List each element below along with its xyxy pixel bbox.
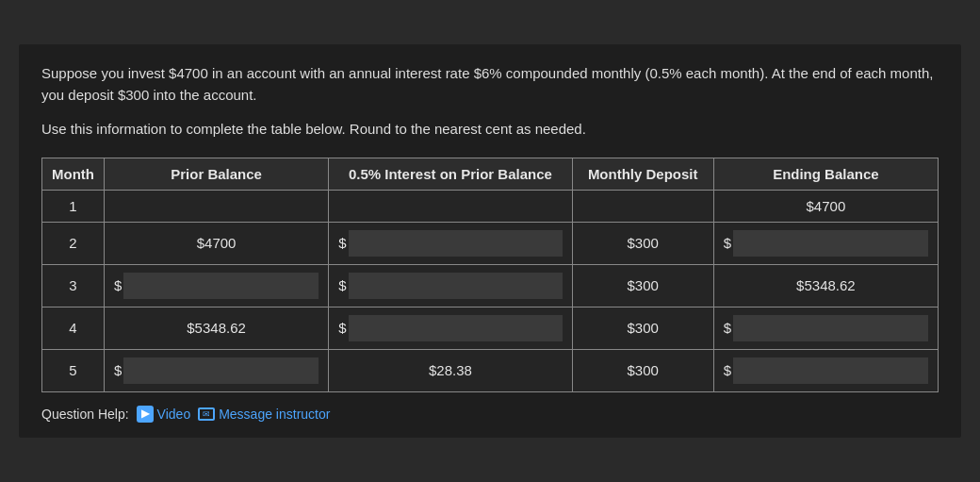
col-header-prior-balance: Prior Balance <box>104 158 328 190</box>
month-cell-5: 5 <box>42 349 105 391</box>
ending-balance-row2-dollar: $ <box>724 235 731 251</box>
interest-row4-dollar: $ <box>338 320 346 336</box>
interest-row2: $ <box>329 222 572 264</box>
col-header-month: Month <box>42 158 105 190</box>
ending-balance-row5-dollar: $ <box>724 362 731 378</box>
monthly-deposit-row3-value: $300 <box>628 277 659 293</box>
video-icon: ▶ <box>137 406 154 423</box>
question-help-section: Question Help: ▶ Video ✉ Message instruc… <box>41 406 939 423</box>
interest-row3-dollar: $ <box>338 277 346 293</box>
table-row: 2$4700$$300$ <box>42 222 939 264</box>
prior-balance-row3-dollar: $ <box>114 277 122 293</box>
interest-row3-input[interactable] <box>349 273 563 299</box>
ending-balance-row3-value: $5348.62 <box>796 277 856 293</box>
ending-balance-row2-input[interactable] <box>733 230 928 257</box>
prior-balance-row3-input[interactable] <box>123 273 318 299</box>
ending-balance-row1: $4700 <box>713 190 938 222</box>
monthly-deposit-row3: $300 <box>572 264 713 307</box>
monthly-deposit-row2: $300 <box>572 222 713 264</box>
interest-row4-input[interactable] <box>349 315 563 341</box>
month-cell-3: 3 <box>42 264 105 307</box>
monthly-deposit-row4-value: $300 <box>628 320 659 336</box>
main-container: Suppose you invest $4700 in an account w… <box>19 44 961 438</box>
ending-balance-row5-input[interactable] <box>733 357 928 384</box>
col-header-interest: 0.5% Interest on Prior Balance <box>329 158 572 190</box>
table-row: 4$5348.62$$300$ <box>42 307 939 349</box>
table-row: 5$$28.38$300$ <box>42 349 939 391</box>
instruction-text: Use this information to complete the tab… <box>41 119 939 141</box>
mail-icon: ✉ <box>198 407 215 421</box>
prior-balance-row4-value: $5348.62 <box>187 320 246 336</box>
monthly-deposit-row1 <box>572 190 713 222</box>
description-text: Suppose you invest $4700 in an account w… <box>41 63 939 106</box>
ending-balance-row4-input[interactable] <box>733 315 928 341</box>
compound-interest-table: Month Prior Balance 0.5% Interest on Pri… <box>41 158 939 392</box>
prior-balance-row5: $ <box>104 349 328 391</box>
message-label: Message instructor <box>219 407 330 422</box>
message-instructor-link[interactable]: ✉ Message instructor <box>198 407 330 422</box>
month-cell-2: 2 <box>42 222 105 264</box>
interest-row4: $ <box>329 307 572 349</box>
month-cell-1: 1 <box>42 190 105 222</box>
prior-balance-row4: $5348.62 <box>104 307 328 349</box>
interest-row2-input[interactable] <box>349 230 563 257</box>
ending-balance-row1-value: $4700 <box>807 198 846 214</box>
prior-balance-row3: $ <box>104 264 328 307</box>
table-row: 1$4700 <box>42 190 939 222</box>
col-header-monthly-deposit: Monthly Deposit <box>572 158 713 190</box>
ending-balance-row5: $ <box>713 349 938 391</box>
video-link[interactable]: ▶ Video <box>137 406 191 423</box>
prior-balance-row1 <box>104 190 328 222</box>
video-label: Video <box>157 407 191 422</box>
prior-balance-row2-value: $4700 <box>197 235 237 251</box>
interest-row5-value: $28.38 <box>429 362 472 378</box>
monthly-deposit-row5: $300 <box>572 349 713 391</box>
prior-balance-row5-dollar: $ <box>114 362 122 378</box>
prior-balance-row5-input[interactable] <box>123 357 318 384</box>
monthly-deposit-row4: $300 <box>572 307 713 349</box>
prior-balance-row2: $4700 <box>104 222 328 264</box>
table-row: 3$$$300$5348.62 <box>42 264 939 307</box>
month-cell-4: 4 <box>42 307 105 349</box>
monthly-deposit-row2-value: $300 <box>628 235 659 251</box>
ending-balance-row3: $5348.62 <box>713 264 938 307</box>
ending-balance-row2: $ <box>713 222 938 264</box>
interest-row1 <box>329 190 572 222</box>
interest-row3: $ <box>329 264 572 307</box>
monthly-deposit-row5-value: $300 <box>628 362 659 378</box>
interest-row2-dollar: $ <box>338 235 346 251</box>
question-help-label: Question Help: <box>41 407 129 422</box>
ending-balance-row4: $ <box>713 307 938 349</box>
interest-row5: $28.38 <box>329 349 572 391</box>
col-header-ending-balance: Ending Balance <box>713 158 938 190</box>
ending-balance-row4-dollar: $ <box>724 320 731 336</box>
